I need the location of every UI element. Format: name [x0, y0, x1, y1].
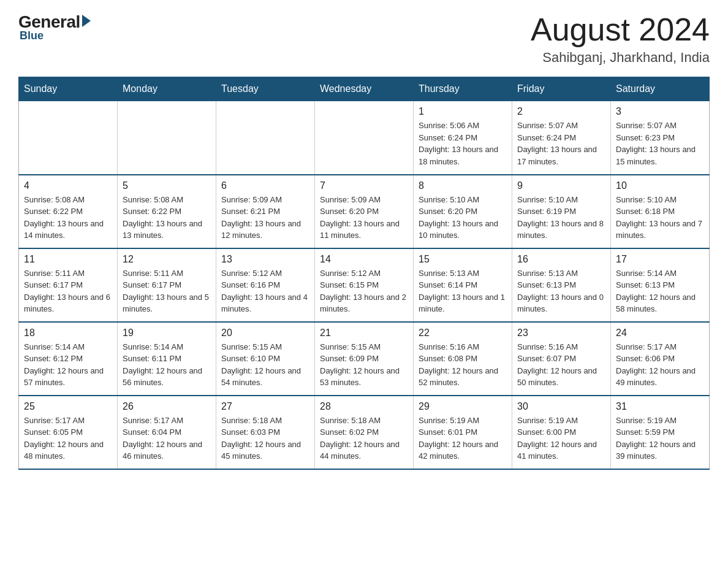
- page-header: General Blue August 2024 Sahibganj, Jhar…: [18, 12, 710, 66]
- week-row-2: 4Sunrise: 5:08 AMSunset: 6:22 PMDaylight…: [19, 175, 710, 248]
- day-header-sunday: Sunday: [19, 77, 118, 101]
- calendar-cell: 27Sunrise: 5:18 AMSunset: 6:03 PMDayligh…: [216, 396, 315, 469]
- day-info: Sunrise: 5:11 AMSunset: 6:17 PMDaylight:…: [123, 267, 211, 315]
- calendar-cell: [315, 101, 414, 175]
- day-info: Sunrise: 5:14 AMSunset: 6:12 PMDaylight:…: [24, 341, 112, 389]
- logo: General Blue: [18, 12, 91, 42]
- day-number: 24: [616, 327, 704, 339]
- day-number: 21: [320, 327, 408, 339]
- calendar-cell: 13Sunrise: 5:12 AMSunset: 6:16 PMDayligh…: [216, 248, 315, 322]
- week-row-5: 25Sunrise: 5:17 AMSunset: 6:05 PMDayligh…: [19, 396, 710, 469]
- day-info: Sunrise: 5:10 AMSunset: 6:18 PMDaylight:…: [616, 194, 704, 242]
- week-row-3: 11Sunrise: 5:11 AMSunset: 6:17 PMDayligh…: [19, 248, 710, 322]
- day-header-friday: Friday: [512, 77, 611, 101]
- day-number: 30: [517, 401, 605, 412]
- day-info: Sunrise: 5:14 AMSunset: 6:13 PMDaylight:…: [616, 267, 704, 315]
- day-info: Sunrise: 5:12 AMSunset: 6:16 PMDaylight:…: [221, 267, 309, 315]
- day-info: Sunrise: 5:08 AMSunset: 6:22 PMDaylight:…: [24, 194, 112, 242]
- day-header-thursday: Thursday: [414, 77, 512, 101]
- day-info: Sunrise: 5:17 AMSunset: 6:05 PMDaylight:…: [24, 415, 112, 462]
- calendar-cell: 21Sunrise: 5:15 AMSunset: 6:09 PMDayligh…: [315, 322, 414, 396]
- day-info: Sunrise: 5:13 AMSunset: 6:13 PMDaylight:…: [517, 267, 605, 315]
- day-info: Sunrise: 5:12 AMSunset: 6:15 PMDaylight:…: [320, 267, 408, 315]
- day-number: 17: [616, 254, 704, 265]
- calendar-cell: 20Sunrise: 5:15 AMSunset: 6:10 PMDayligh…: [216, 322, 315, 396]
- calendar-cell: 7Sunrise: 5:09 AMSunset: 6:20 PMDaylight…: [315, 175, 414, 248]
- day-number: 15: [419, 254, 507, 265]
- day-number: 6: [221, 180, 309, 191]
- day-info: Sunrise: 5:09 AMSunset: 6:21 PMDaylight:…: [221, 194, 309, 242]
- calendar-cell: 4Sunrise: 5:08 AMSunset: 6:22 PMDaylight…: [19, 175, 118, 248]
- day-info: Sunrise: 5:13 AMSunset: 6:14 PMDaylight:…: [419, 267, 507, 315]
- calendar-cell: 12Sunrise: 5:11 AMSunset: 6:17 PMDayligh…: [118, 248, 216, 322]
- day-info: Sunrise: 5:14 AMSunset: 6:11 PMDaylight:…: [123, 341, 211, 389]
- day-number: 20: [221, 327, 309, 339]
- day-info: Sunrise: 5:10 AMSunset: 6:19 PMDaylight:…: [517, 194, 605, 242]
- calendar-cell: [19, 101, 118, 175]
- week-row-4: 18Sunrise: 5:14 AMSunset: 6:12 PMDayligh…: [19, 322, 710, 396]
- calendar-cell: 24Sunrise: 5:17 AMSunset: 6:06 PMDayligh…: [611, 322, 710, 396]
- calendar-cell: 3Sunrise: 5:07 AMSunset: 6:23 PMDaylight…: [611, 101, 710, 175]
- day-info: Sunrise: 5:08 AMSunset: 6:22 PMDaylight:…: [123, 194, 211, 242]
- calendar-cell: 10Sunrise: 5:10 AMSunset: 6:18 PMDayligh…: [611, 175, 710, 248]
- day-info: Sunrise: 5:16 AMSunset: 6:08 PMDaylight:…: [419, 341, 507, 389]
- calendar-cell: 26Sunrise: 5:17 AMSunset: 6:04 PMDayligh…: [118, 396, 216, 469]
- calendar-cell: 2Sunrise: 5:07 AMSunset: 6:24 PMDaylight…: [512, 101, 611, 175]
- location-subtitle: Sahibganj, Jharkhand, India: [531, 50, 710, 66]
- week-row-1: 1Sunrise: 5:06 AMSunset: 6:24 PMDaylight…: [19, 101, 710, 175]
- day-info: Sunrise: 5:07 AMSunset: 6:24 PMDaylight:…: [517, 120, 605, 167]
- title-block: August 2024 Sahibganj, Jharkhand, India: [531, 12, 710, 66]
- calendar-cell: 22Sunrise: 5:16 AMSunset: 6:08 PMDayligh…: [414, 322, 512, 396]
- day-number: 13: [221, 254, 309, 265]
- calendar-body: 1Sunrise: 5:06 AMSunset: 6:24 PMDaylight…: [19, 101, 710, 469]
- day-number: 14: [320, 254, 408, 265]
- main-title: August 2024: [531, 12, 710, 47]
- day-number: 8: [419, 180, 507, 191]
- calendar-cell: 17Sunrise: 5:14 AMSunset: 6:13 PMDayligh…: [611, 248, 710, 322]
- day-info: Sunrise: 5:19 AMSunset: 5:59 PMDaylight:…: [616, 415, 704, 462]
- day-info: Sunrise: 5:18 AMSunset: 6:03 PMDaylight:…: [221, 415, 309, 462]
- day-number: 27: [221, 401, 309, 412]
- calendar-cell: 5Sunrise: 5:08 AMSunset: 6:22 PMDaylight…: [118, 175, 216, 248]
- day-number: 19: [123, 327, 211, 339]
- day-number: 26: [123, 401, 211, 412]
- calendar-cell: 28Sunrise: 5:18 AMSunset: 6:02 PMDayligh…: [315, 396, 414, 469]
- calendar-table: SundayMondayTuesdayWednesdayThursdayFrid…: [18, 77, 710, 470]
- day-number: 25: [24, 401, 112, 412]
- day-number: 10: [616, 180, 704, 191]
- day-header-monday: Monday: [118, 77, 216, 101]
- calendar-cell: 16Sunrise: 5:13 AMSunset: 6:13 PMDayligh…: [512, 248, 611, 322]
- calendar-cell: 1Sunrise: 5:06 AMSunset: 6:24 PMDaylight…: [414, 101, 512, 175]
- calendar-cell: [216, 101, 315, 175]
- calendar-cell: 29Sunrise: 5:19 AMSunset: 6:01 PMDayligh…: [414, 396, 512, 469]
- day-number: 23: [517, 327, 605, 339]
- day-info: Sunrise: 5:10 AMSunset: 6:20 PMDaylight:…: [419, 194, 507, 242]
- calendar-cell: [118, 101, 216, 175]
- day-number: 28: [320, 401, 408, 412]
- day-header-tuesday: Tuesday: [216, 77, 315, 101]
- calendar-cell: 14Sunrise: 5:12 AMSunset: 6:15 PMDayligh…: [315, 248, 414, 322]
- day-info: Sunrise: 5:18 AMSunset: 6:02 PMDaylight:…: [320, 415, 408, 462]
- calendar-cell: 25Sunrise: 5:17 AMSunset: 6:05 PMDayligh…: [19, 396, 118, 469]
- day-info: Sunrise: 5:09 AMSunset: 6:20 PMDaylight:…: [320, 194, 408, 242]
- calendar-cell: 9Sunrise: 5:10 AMSunset: 6:19 PMDaylight…: [512, 175, 611, 248]
- day-header-wednesday: Wednesday: [315, 77, 414, 101]
- day-info: Sunrise: 5:19 AMSunset: 6:00 PMDaylight:…: [517, 415, 605, 462]
- calendar-cell: 19Sunrise: 5:14 AMSunset: 6:11 PMDayligh…: [118, 322, 216, 396]
- day-info: Sunrise: 5:06 AMSunset: 6:24 PMDaylight:…: [419, 120, 507, 167]
- day-number: 31: [616, 401, 704, 412]
- day-number: 2: [517, 106, 605, 117]
- calendar-cell: 11Sunrise: 5:11 AMSunset: 6:17 PMDayligh…: [19, 248, 118, 322]
- day-number: 18: [24, 327, 112, 339]
- day-info: Sunrise: 5:17 AMSunset: 6:04 PMDaylight:…: [123, 415, 211, 462]
- day-info: Sunrise: 5:16 AMSunset: 6:07 PMDaylight:…: [517, 341, 605, 389]
- day-number: 16: [517, 254, 605, 265]
- calendar-cell: 8Sunrise: 5:10 AMSunset: 6:20 PMDaylight…: [414, 175, 512, 248]
- day-number: 9: [517, 180, 605, 191]
- day-header-saturday: Saturday: [611, 77, 710, 101]
- day-info: Sunrise: 5:15 AMSunset: 6:09 PMDaylight:…: [320, 341, 408, 389]
- day-number: 3: [616, 106, 704, 117]
- day-info: Sunrise: 5:07 AMSunset: 6:23 PMDaylight:…: [616, 120, 704, 167]
- calendar-cell: 15Sunrise: 5:13 AMSunset: 6:14 PMDayligh…: [414, 248, 512, 322]
- calendar-header: SundayMondayTuesdayWednesdayThursdayFrid…: [19, 77, 710, 101]
